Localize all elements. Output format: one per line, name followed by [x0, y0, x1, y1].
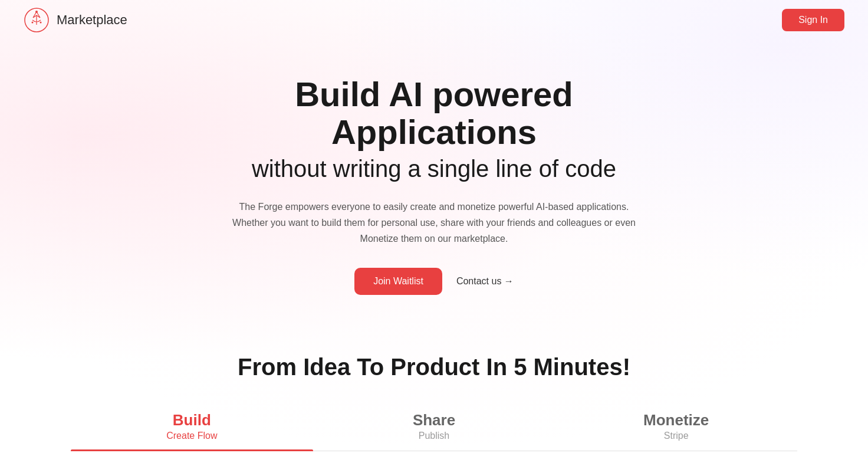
sign-in-button[interactable]: Sign In: [782, 9, 844, 31]
tab-share-sub: Publish: [325, 431, 544, 441]
tab-build[interactable]: Build Create Flow: [71, 404, 313, 451]
hero-title-sub: without writing a single line of code: [192, 156, 676, 182]
section-title: From Idea To Product In 5 Minutes!: [24, 354, 844, 380]
hero-section: Build AI powered Applications without wr…: [169, 40, 699, 319]
hero-description: The Forge empowers everyone to easily cr…: [228, 199, 640, 247]
tab-monetize-sub: Stripe: [567, 431, 785, 441]
navbar: Marketplace Sign In: [0, 0, 868, 40]
tab-monetize[interactable]: Monetize Stripe: [555, 404, 797, 451]
from-idea-section: From Idea To Product In 5 Minutes! Build…: [0, 319, 868, 453]
tab-share[interactable]: Share Publish: [313, 404, 555, 451]
tab-build-sub: Create Flow: [83, 431, 301, 441]
logo-icon: [24, 7, 50, 33]
tab-share-label: Share: [325, 411, 544, 429]
tab-monetize-label: Monetize: [567, 411, 785, 429]
tabs-container: Build Create Flow Share Publish Monetize…: [71, 404, 797, 451]
tab-build-label: Build: [83, 411, 301, 429]
hero-actions: Join Waitlist Contact us →: [192, 268, 676, 295]
svg-point-1: [35, 11, 38, 13]
svg-point-2: [32, 22, 34, 24]
nav-left: Marketplace: [24, 7, 127, 33]
svg-point-3: [40, 22, 42, 24]
nav-brand: Marketplace: [57, 12, 127, 28]
hero-title-large: Build AI powered Applications: [192, 76, 676, 151]
contact-us-link[interactable]: Contact us →: [456, 276, 514, 287]
join-waitlist-button[interactable]: Join Waitlist: [354, 268, 442, 295]
